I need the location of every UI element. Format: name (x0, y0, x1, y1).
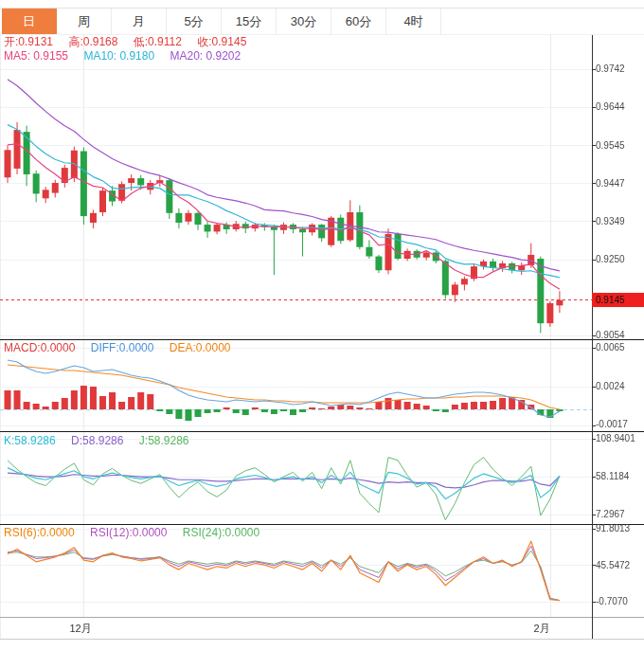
timeframe-tabbar: 日 周 月 5分 15分 30分 60分 4时 (0, 8, 644, 34)
dea-value: DEA:0.0000 (170, 341, 231, 354)
kdj-axis-tick: 7.2967 (596, 509, 625, 520)
macd-axis-tick: 0.0024 (596, 381, 625, 392)
rsi-axis-tick: 45.5472 (596, 560, 630, 571)
tab-4hour[interactable]: 4时 (386, 9, 441, 34)
rsi24-value: RSI(24):0.0000 (183, 526, 259, 539)
k-value: K:58.9286 (4, 434, 56, 447)
tab-week[interactable]: 周 (57, 9, 112, 34)
chart-canvas[interactable] (0, 0, 644, 651)
tab-day[interactable]: 日 (2, 9, 57, 34)
macd-value: MACD:0.0000 (4, 341, 75, 354)
rsi12-value: RSI(12):0.0000 (90, 526, 167, 539)
rsi-legend: RSI(6):0.0000 RSI(12):0.0000 RSI(24):0.0… (4, 526, 272, 539)
x-axis-label-february: 2月 (523, 622, 561, 636)
price-axis-tick: 0.9545 (596, 140, 625, 152)
rsi-axis-tick: 91.8013 (596, 523, 630, 534)
price-axis-tick: 0.9447 (596, 178, 625, 190)
macd-legend: MACD:0.0000 DIFF:0.0000 DEA:0.0000 (4, 341, 242, 354)
ma10-value: MA10: 0.9180 (83, 49, 154, 63)
tab-5min[interactable]: 5分 (167, 9, 222, 34)
price-axis-tick: 0.9349 (596, 216, 625, 227)
diff-value: DIFF:0.0000 (91, 341, 154, 354)
ma-legend: MA5: 0.9155 MA10: 0.9180 MA20: 0.9202 (4, 49, 253, 63)
price-axis-tick: 0.9250 (596, 254, 625, 265)
ma20-value: MA20: 0.9202 (170, 49, 241, 63)
close-value: 收:0.9145 (197, 35, 246, 48)
macd-axis-tick: 0.0065 (596, 342, 625, 353)
ma5-value: MA5: 0.9155 (4, 49, 68, 63)
tab-month[interactable]: 月 (112, 9, 167, 34)
price-axis-tick: 0.9742 (596, 63, 625, 75)
rsi-axis-tick: -0.7070 (596, 596, 628, 607)
tab-30min[interactable]: 30分 (277, 9, 331, 34)
rsi6-value: RSI(6):0.0000 (4, 526, 75, 539)
kdj-legend: K:58.9286 D:58.9286 J:58.9286 (4, 434, 202, 447)
tab-15min[interactable]: 15分 (222, 9, 277, 34)
trading-chart-app: 日 周 月 5分 15分 30分 60分 4时 开:0.9131 高:0.916… (0, 0, 644, 651)
kdj-axis-tick: 108.9401 (596, 433, 635, 444)
price-axis-floor-tick: 0.9054 (596, 330, 625, 341)
open-value: 开:0.9131 (4, 35, 53, 48)
tab-60min[interactable]: 60分 (331, 9, 386, 34)
high-value: 高:0.9168 (68, 35, 117, 48)
j-value: J:58.9286 (139, 434, 189, 447)
price-axis-tick: 0.9644 (596, 101, 625, 113)
kdj-axis-tick: 58.1184 (596, 471, 629, 482)
macd-axis-tick: -0.0017 (596, 419, 628, 430)
d-value: D:58.9286 (71, 434, 123, 447)
ohlc-legend: 开:0.9131 高:0.9168 低:0.9112 收:0.9145 (4, 35, 259, 48)
current-price-badge: 0.9145 (592, 293, 644, 307)
x-axis-label-december: 12月 (62, 622, 99, 636)
low-value: 低:0.9112 (134, 35, 182, 48)
